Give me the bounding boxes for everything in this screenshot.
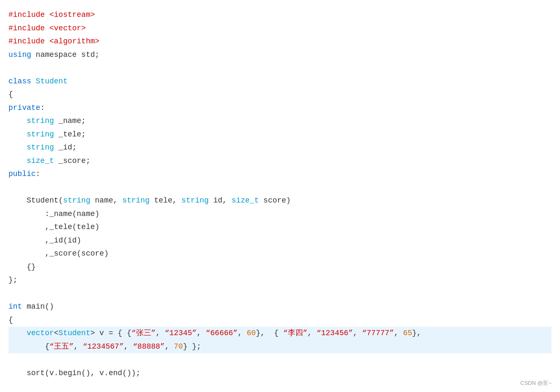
code-line-28: sort(v.begin(), v.end()); bbox=[8, 367, 552, 380]
code-line-9: string _name; bbox=[8, 115, 552, 128]
code-line-3: #include <algorithm> bbox=[8, 35, 552, 48]
code-line-26: {“王五”, “1234567”, “88888”, 70} }; bbox=[8, 340, 552, 354]
code-container: #include <iostream> #include <vector> #i… bbox=[0, 0, 560, 392]
code-line-22 bbox=[8, 287, 552, 301]
code-line-27 bbox=[8, 353, 552, 367]
code-line-6: class Student bbox=[8, 75, 552, 88]
code-line-13: public: bbox=[8, 168, 552, 181]
code-line-4: using namespace std; bbox=[8, 48, 552, 62]
code-line-19: ,_score(score) bbox=[8, 247, 552, 261]
code-line-10: string _tele; bbox=[8, 128, 552, 141]
code-line-29 bbox=[8, 380, 552, 392]
watermark: CSDN @至~ bbox=[520, 379, 552, 388]
code-line-11: string _id; bbox=[8, 141, 552, 155]
code-line-14 bbox=[8, 181, 552, 195]
code-line-25: vector<Student> v = { {“张三”, “12345”, “6… bbox=[8, 327, 552, 340]
code-line-16: :_name(name) bbox=[8, 208, 552, 221]
code-line-2: #include <vector> bbox=[8, 22, 552, 35]
code-line-15: Student(string name, string tele, string… bbox=[8, 194, 552, 208]
code-line-12: size_t _score; bbox=[8, 155, 552, 168]
code-line-21: }; bbox=[8, 274, 552, 287]
code-line-1: #include <iostream> bbox=[8, 8, 552, 22]
code-line-24: { bbox=[8, 314, 552, 327]
code-line-8: private: bbox=[8, 101, 552, 115]
code-line-20: {} bbox=[8, 261, 552, 274]
code-line-18: ,_id(id) bbox=[8, 234, 552, 248]
code-line-23: int main() bbox=[8, 300, 552, 314]
code-line-5 bbox=[8, 61, 552, 75]
code-line-17: ,_tele(tele) bbox=[8, 221, 552, 234]
code-line-7: { bbox=[8, 88, 552, 101]
